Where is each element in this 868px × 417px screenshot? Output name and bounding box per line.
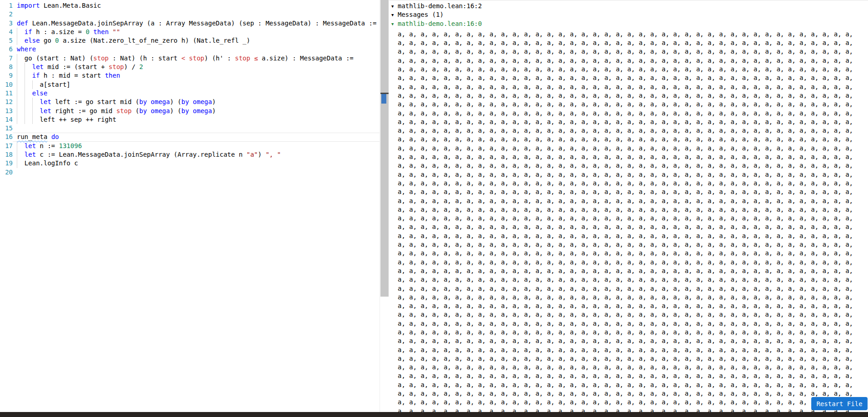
code-line[interactable]: 3def Lean.MessageData.joinSepArray (a : …	[0, 19, 380, 28]
collapse-arrow-icon[interactable]: ▼	[391, 2, 398, 11]
line-number: 14	[0, 115, 13, 124]
indent-guide-icon	[17, 142, 17, 150]
code-text: if h : mid = start then	[13, 71, 380, 80]
section-label: mathlib-demo.lean:16:2	[398, 2, 482, 10]
restart-file-button[interactable]: Restart File	[811, 397, 868, 410]
indent-guide-icon	[17, 36, 17, 45]
section-label: mathlib-demo.lean:16:0	[398, 20, 482, 27]
line-number: 6	[0, 45, 13, 54]
line-number: 1	[0, 1, 13, 10]
footer-bar	[0, 412, 868, 417]
indent-guide-icon	[17, 71, 17, 80]
indent-guide-icon	[25, 107, 25, 115]
editor-edge-line	[380, 0, 380, 417]
infoview-section-header[interactable]: ▼Messages (1)	[391, 10, 868, 19]
code-text: left ++ sep ++ right	[13, 115, 380, 124]
line-number: 2	[0, 10, 13, 19]
code-line[interactable]: 2	[0, 10, 380, 19]
editor-scrollbar[interactable]	[380, 0, 389, 417]
code-text	[13, 10, 380, 19]
code-text	[13, 124, 380, 133]
code-line[interactable]: 10 a[start]	[0, 80, 380, 89]
collapse-arrow-icon[interactable]: ▼	[391, 20, 398, 29]
code-text: if h : a.size = 0 then ""	[13, 28, 380, 36]
line-number: 10	[0, 80, 13, 89]
code-line[interactable]: 8 let mid := (start + stop) / 2	[0, 63, 380, 71]
code-text: import Lean.Meta.Basic	[13, 1, 380, 10]
indent-guide-icon	[25, 89, 25, 98]
infoview-pane: ▼mathlib-demo.lean:16:2▼Messages (1)▼mat…	[389, 0, 868, 417]
indent-guide-icon	[25, 63, 25, 71]
line-number: 19	[0, 159, 13, 168]
code-line[interactable]: 7 go (start : Nat) (stop : Nat) (h : sta…	[0, 54, 380, 63]
scrollbar-thumb[interactable]	[380, 0, 389, 297]
indent-guide-icon	[25, 98, 25, 106]
code-text	[13, 168, 380, 177]
message-output-text: a, a, a, a, a, a, a, a, a, a, a, a, a, a…	[398, 30, 859, 417]
infoview-sections: ▼mathlib-demo.lean:16:2▼Messages (1)▼mat…	[391, 2, 868, 28]
code-lines: 1import Lean.Meta.Basic23def Lean.Messag…	[0, 1, 380, 177]
code-text: let c := Lean.MessageData.joinSepArray (…	[13, 150, 380, 159]
infoview-section-header[interactable]: ▼mathlib-demo.lean:16:2	[391, 2, 868, 10]
line-number: 3	[0, 19, 13, 28]
line-number: 4	[0, 28, 13, 36]
code-text: def Lean.MessageData.joinSepArray (a : A…	[13, 19, 380, 28]
line-number: 11	[0, 89, 13, 98]
code-line[interactable]: 14 left ++ sep ++ right	[0, 115, 380, 124]
indent-guide-icon	[17, 54, 17, 63]
line-number: 5	[0, 36, 13, 45]
indent-guide-icon	[32, 80, 33, 89]
line-number: 20	[0, 168, 13, 177]
code-line[interactable]: 5 else go 0 a.size (Nat.zero_lt_of_ne_ze…	[0, 36, 380, 45]
line-number: 12	[0, 98, 13, 106]
code-line[interactable]: 17 let n := 131096	[0, 142, 380, 150]
indent-guide-icon	[17, 28, 17, 36]
indent-guide-icon	[25, 71, 25, 80]
code-line[interactable]: 19 Lean.logInfo c	[0, 159, 380, 168]
line-number: 15	[0, 124, 13, 133]
code-text: let n := 131096	[13, 142, 380, 150]
indent-guide-icon	[17, 159, 17, 168]
code-line[interactable]: 13 let right := go mid stop (by omega) (…	[0, 107, 380, 115]
code-text: else	[13, 89, 380, 98]
code-line[interactable]: 4 if h : a.size = 0 then ""	[0, 28, 380, 36]
indent-guide-icon	[17, 63, 17, 71]
code-text: go (start : Nat) (stop : Nat) (h : start…	[13, 54, 380, 63]
section-label: Messages (1)	[398, 11, 444, 18]
code-text: let left := go start mid (by omega) (by …	[13, 98, 380, 106]
indent-guide-icon	[25, 115, 25, 124]
indent-guide-icon	[17, 107, 17, 115]
indent-guide-icon	[32, 98, 33, 106]
code-text: run_meta do	[13, 133, 380, 141]
code-editor-pane[interactable]: 1import Lean.Meta.Basic23def Lean.Messag…	[0, 0, 380, 417]
code-line[interactable]: 1import Lean.Meta.Basic	[0, 1, 380, 10]
indent-guide-icon	[17, 80, 17, 89]
code-line[interactable]: 9 if h : mid = start then	[0, 71, 380, 80]
infoview-section-header[interactable]: ▼mathlib-demo.lean:16:0	[391, 20, 868, 28]
indent-guide-icon	[25, 80, 25, 89]
code-line[interactable]: 15	[0, 124, 380, 133]
code-text: else go 0 a.size (Nat.zero_lt_of_ne_zero…	[13, 36, 380, 45]
code-line[interactable]: 6where	[0, 45, 380, 54]
line-number: 16	[0, 133, 13, 141]
line-number: 7	[0, 54, 13, 63]
line-number: 17	[0, 142, 13, 150]
code-line[interactable]: 16run_meta do	[0, 133, 380, 141]
code-line[interactable]: 11 else	[0, 89, 380, 98]
overview-info-marker	[381, 94, 386, 104]
line-number: 18	[0, 150, 13, 159]
line-number: 9	[0, 71, 13, 80]
indent-guide-icon	[32, 107, 33, 115]
indent-guide-icon	[32, 115, 33, 124]
line-number: 13	[0, 107, 13, 115]
code-text: where	[13, 45, 380, 54]
code-line[interactable]: 12 let left := go start mid (by omega) (…	[0, 98, 380, 106]
indent-guide-icon	[17, 150, 17, 159]
collapse-arrow-icon[interactable]: ▼	[391, 11, 398, 20]
indent-guide-icon	[17, 115, 17, 124]
code-text: a[start]	[13, 80, 380, 89]
line-number: 8	[0, 63, 13, 71]
code-line[interactable]: 20	[0, 168, 380, 177]
code-text: let right := go mid stop (by omega) (by …	[13, 107, 380, 115]
code-line[interactable]: 18 let c := Lean.MessageData.joinSepArra…	[0, 150, 380, 159]
